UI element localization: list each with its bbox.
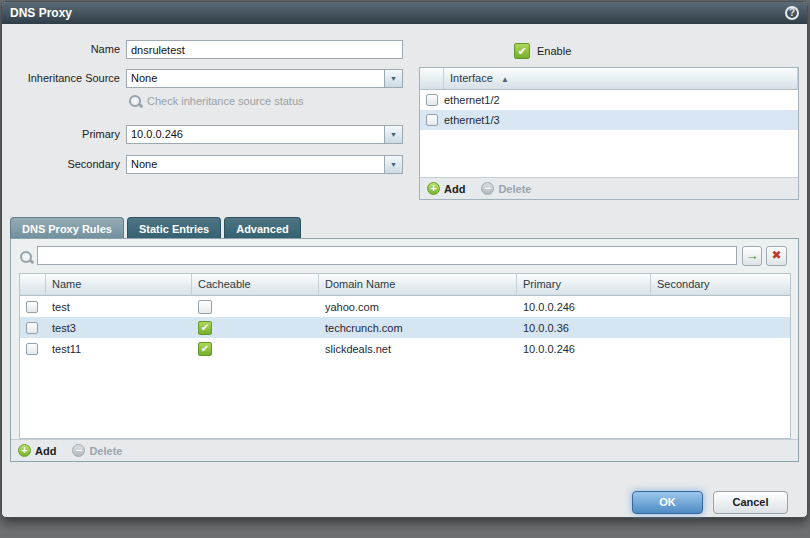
column-header-secondary[interactable]: Secondary (651, 274, 790, 295)
cacheable-checkbox[interactable] (198, 300, 212, 314)
rule-primary: 10.0.0.246 (517, 301, 651, 313)
check-icon: ✔ (515, 44, 529, 58)
column-header-cacheable[interactable]: Cacheable (192, 274, 319, 295)
rules-toolbar: + Add − Delete (11, 439, 798, 461)
row-select-checkbox[interactable] (26, 322, 38, 334)
rule-name: test3 (46, 322, 192, 334)
chevron-down-icon[interactable]: ▼ (384, 156, 402, 173)
clear-filter-button[interactable]: ✖ (766, 246, 787, 266)
inheritance-source-select[interactable]: None ▼ (126, 69, 403, 88)
inheritance-source-label: Inheritance Source (8, 69, 120, 88)
dns-proxy-dialog: DNS Proxy ? Name Inheritance Source None… (1, 1, 808, 518)
filter-input[interactable] (37, 246, 737, 265)
add-button[interactable]: + Add (427, 182, 465, 195)
enable-checkbox[interactable]: ✔ (514, 43, 530, 59)
rule-domain: yahoo.com (319, 301, 517, 313)
search-icon (19, 250, 33, 264)
add-label: Add (444, 183, 465, 195)
check-inheritance-label: Check inheritance source status (147, 95, 304, 107)
secondary-select[interactable]: None ▼ (126, 155, 403, 174)
check-icon: ✔ (199, 322, 211, 334)
rule-primary: 10.0.0.246 (517, 343, 651, 355)
rule-row[interactable]: test yahoo.com 10.0.0.246 (20, 296, 790, 317)
minus-icon: − (481, 182, 494, 195)
interfaces-panel: Interface ▲ ethernet1/2 ethernet1/3 + Ad… (419, 67, 799, 200)
interfaces-column-header[interactable]: Interface ▲ (444, 68, 798, 89)
chevron-down-icon[interactable]: ▼ (384, 126, 402, 143)
sort-asc-icon: ▲ (501, 75, 509, 84)
plus-icon: + (18, 444, 31, 457)
add-label: Add (35, 445, 56, 457)
secondary-label: Secondary (8, 155, 120, 174)
dialog-title: DNS Proxy (10, 6, 72, 20)
primary-label: Primary (8, 125, 120, 144)
dialog-titlebar[interactable]: DNS Proxy ? (2, 2, 807, 24)
interface-row[interactable]: ethernet1/3 (420, 110, 798, 130)
secondary-value: None (127, 156, 384, 173)
rule-domain: slickdeals.net (319, 343, 517, 355)
minus-icon: − (72, 444, 85, 457)
row-select-checkbox[interactable] (426, 114, 438, 126)
rule-row[interactable]: test3 ✔ techcrunch.com 10.0.0.36 (20, 317, 790, 338)
rules-select-all-header (20, 274, 46, 295)
help-icon[interactable]: ? (785, 6, 799, 20)
rules-header-row: Name Cacheable Domain Name Primary Secon… (20, 274, 790, 296)
interface-name: ethernet1/3 (444, 114, 500, 126)
apply-filter-button[interactable]: → (742, 246, 762, 266)
name-input[interactable] (126, 40, 403, 59)
column-header-domain[interactable]: Domain Name (319, 274, 517, 295)
add-button[interactable]: + Add (18, 444, 56, 457)
row-select-checkbox[interactable] (26, 343, 38, 355)
rule-primary: 10.0.0.36 (517, 322, 651, 334)
name-label: Name (8, 40, 120, 59)
check-inheritance-link[interactable]: Check inheritance source status (128, 94, 304, 108)
delete-button[interactable]: − Delete (72, 444, 122, 457)
inheritance-source-value: None (127, 70, 384, 87)
rule-name: test (46, 301, 192, 313)
row-select-checkbox[interactable] (426, 94, 438, 106)
interface-name: ethernet1/2 (444, 94, 500, 106)
background: { "dialog": { "title": "DNS Proxy" }, "i… (0, 0, 810, 538)
check-icon: ✔ (199, 343, 211, 355)
rules-table: Name Cacheable Domain Name Primary Secon… (19, 273, 791, 439)
cacheable-checkbox[interactable]: ✔ (198, 321, 212, 335)
tab-dns-proxy-rules[interactable]: DNS Proxy Rules (10, 217, 124, 239)
column-header-name[interactable]: Name (46, 274, 192, 295)
rule-domain: techcrunch.com (319, 322, 517, 334)
rule-row[interactable]: test11 ✔ slickdeals.net 10.0.0.246 (20, 338, 790, 359)
interfaces-toolbar: + Add − Delete (420, 177, 798, 199)
delete-label: Delete (498, 183, 531, 195)
dns-proxy-rules-panel: → ✖ Name Cacheable Domain Name Primary S… (10, 238, 799, 462)
interface-row[interactable]: ethernet1/2 (420, 90, 798, 110)
interfaces-select-all-header (420, 68, 444, 89)
cacheable-checkbox[interactable]: ✔ (198, 342, 212, 356)
delete-label: Delete (89, 445, 122, 457)
tab-advanced[interactable]: Advanced (224, 217, 301, 239)
tab-strip: DNS Proxy Rules Static Entries Advanced (10, 217, 301, 239)
plus-icon: + (427, 182, 440, 195)
enable-label: Enable (537, 44, 571, 59)
ok-button[interactable]: OK (632, 491, 703, 514)
rule-name: test11 (46, 343, 192, 355)
row-select-checkbox[interactable] (26, 301, 38, 313)
delete-button[interactable]: − Delete (481, 182, 531, 195)
column-header-primary[interactable]: Primary (517, 274, 651, 295)
primary-select[interactable]: 10.0.0.246 ▼ (126, 125, 403, 144)
primary-value: 10.0.0.246 (127, 126, 384, 143)
cancel-button[interactable]: Cancel (713, 491, 788, 514)
interfaces-header-row: Interface ▲ (420, 68, 798, 90)
magnifier-icon (128, 94, 142, 108)
tab-static-entries[interactable]: Static Entries (127, 217, 221, 239)
chevron-down-icon[interactable]: ▼ (384, 70, 402, 87)
interfaces-header-label: Interface (450, 72, 493, 84)
